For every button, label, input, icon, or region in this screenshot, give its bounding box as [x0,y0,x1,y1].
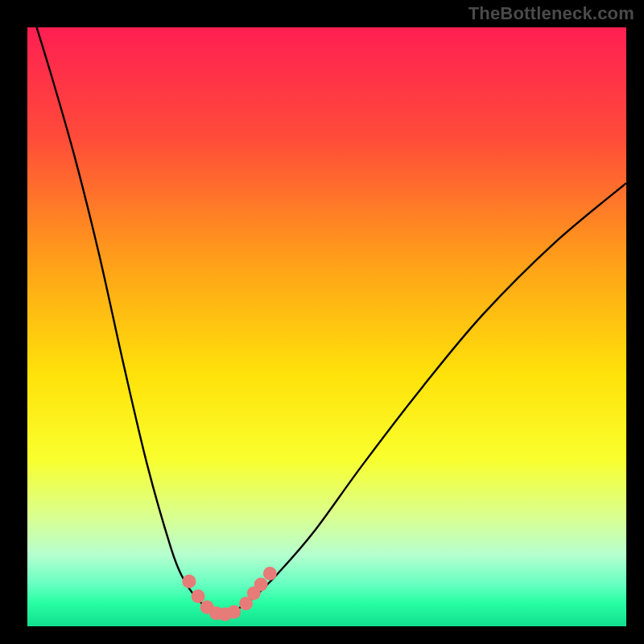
curve-marker [227,605,241,619]
plot-area [27,27,626,626]
curve-marker [182,575,196,588]
curve-marker [263,567,277,580]
gradient-background [27,27,626,626]
chart-frame: TheBottleneck.com [0,0,644,644]
bottleneck-curve-chart [27,27,626,626]
curve-marker [192,589,205,603]
curve-marker [254,577,268,591]
watermark-text: TheBottleneck.com [469,3,634,24]
